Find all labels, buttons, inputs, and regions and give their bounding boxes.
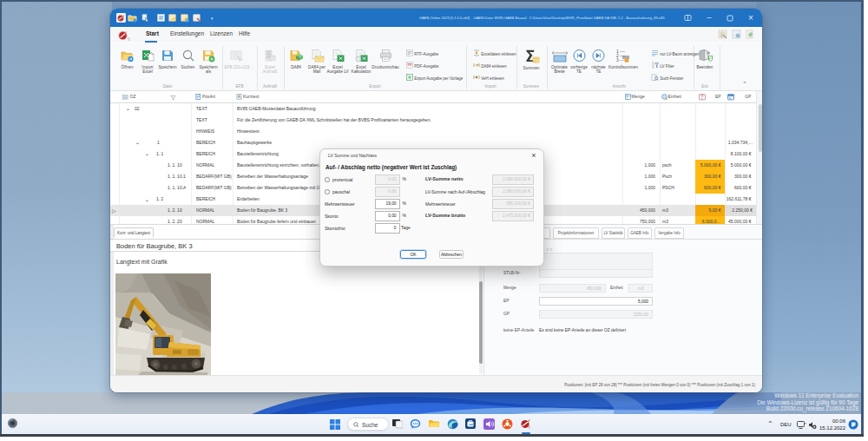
svg-text:3: 3 bbox=[616, 57, 619, 63]
svg-text:(·: (· bbox=[529, 425, 531, 429]
